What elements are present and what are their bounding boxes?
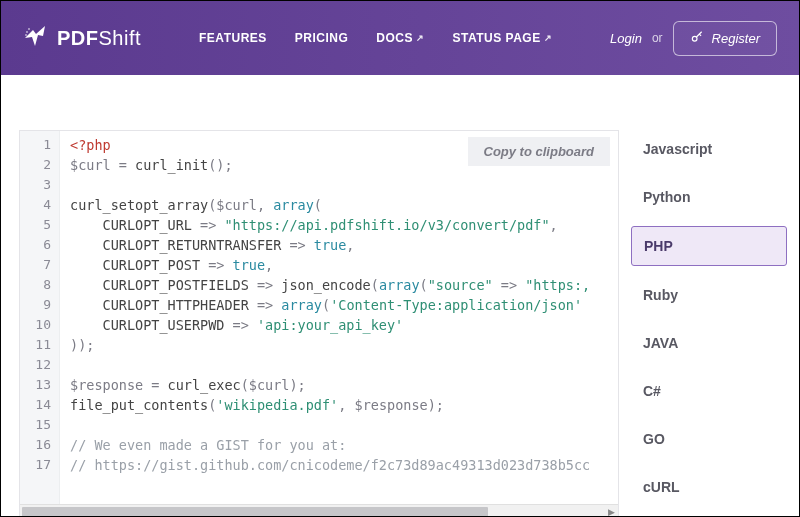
external-link-icon: ↗: [416, 33, 425, 43]
svg-point-3: [692, 36, 697, 41]
scroll-right-icon[interactable]: ▶: [608, 505, 615, 517]
scrollbar-thumb[interactable]: [22, 507, 488, 517]
svg-point-1: [28, 28, 30, 30]
register-button[interactable]: Register: [673, 21, 777, 56]
lang-python[interactable]: Python: [631, 178, 787, 216]
lang-javascript[interactable]: Javascript: [631, 130, 787, 168]
language-sidebar: Javascript Python PHP Ruby JAVA C# GO cU…: [619, 130, 799, 517]
or-text: or: [652, 31, 663, 45]
lang-ruby[interactable]: Ruby: [631, 276, 787, 314]
line-number: 10: [20, 315, 51, 335]
line-number: 17: [20, 455, 51, 475]
header: PDFShift FEATURES PRICING DOCS↗ STATUS P…: [1, 1, 799, 75]
login-link[interactable]: Login: [610, 31, 642, 46]
line-number: 15: [20, 415, 51, 435]
line-number: 7: [20, 255, 51, 275]
line-number: 11: [20, 335, 51, 355]
main: Copy to clipboard 1 2 3 4 5 6 7 8 9 10 1…: [1, 75, 799, 517]
line-number: 4: [20, 195, 51, 215]
line-gutter: 1 2 3 4 5 6 7 8 9 10 11 12 13 14 15 16 1…: [20, 131, 60, 504]
nav-pricing[interactable]: PRICING: [295, 31, 349, 45]
nav: FEATURES PRICING DOCS↗ STATUS PAGE↗: [199, 31, 552, 45]
code-scroll: 1 2 3 4 5 6 7 8 9 10 11 12 13 14 15 16 1…: [20, 131, 618, 504]
lang-go[interactable]: GO: [631, 420, 787, 458]
logo-text-light: Shift: [99, 27, 142, 49]
key-icon: [690, 30, 704, 47]
external-link-icon: ↗: [544, 33, 553, 43]
line-number: 9: [20, 295, 51, 315]
svg-point-0: [26, 31, 28, 33]
horizontal-scrollbar[interactable]: ▶: [20, 504, 618, 517]
bird-origami-icon: [23, 24, 49, 53]
line-number: 3: [20, 175, 51, 195]
line-number: 16: [20, 435, 51, 455]
logo[interactable]: PDFShift: [23, 24, 141, 53]
line-number: 8: [20, 275, 51, 295]
auth-area: Login or Register: [610, 21, 777, 56]
code-panel: Copy to clipboard 1 2 3 4 5 6 7 8 9 10 1…: [19, 130, 619, 517]
line-number: 13: [20, 375, 51, 395]
code-content: <?php $curl = curl_init(); curl_setopt_a…: [60, 131, 618, 504]
lang-curl[interactable]: cURL: [631, 468, 787, 506]
lang-java[interactable]: JAVA: [631, 324, 787, 362]
lang-csharp[interactable]: C#: [631, 372, 787, 410]
svg-point-2: [25, 34, 27, 36]
line-number: 14: [20, 395, 51, 415]
copy-to-clipboard-button[interactable]: Copy to clipboard: [468, 137, 611, 166]
logo-text-bold: PDF: [57, 27, 99, 49]
nav-docs[interactable]: DOCS↗: [376, 31, 424, 45]
nav-features[interactable]: FEATURES: [199, 31, 267, 45]
nav-status-page[interactable]: STATUS PAGE↗: [453, 31, 553, 45]
line-number: 2: [20, 155, 51, 175]
lang-php[interactable]: PHP: [631, 226, 787, 266]
line-number: 5: [20, 215, 51, 235]
line-number: 12: [20, 355, 51, 375]
line-number: 6: [20, 235, 51, 255]
line-number: 1: [20, 135, 51, 155]
